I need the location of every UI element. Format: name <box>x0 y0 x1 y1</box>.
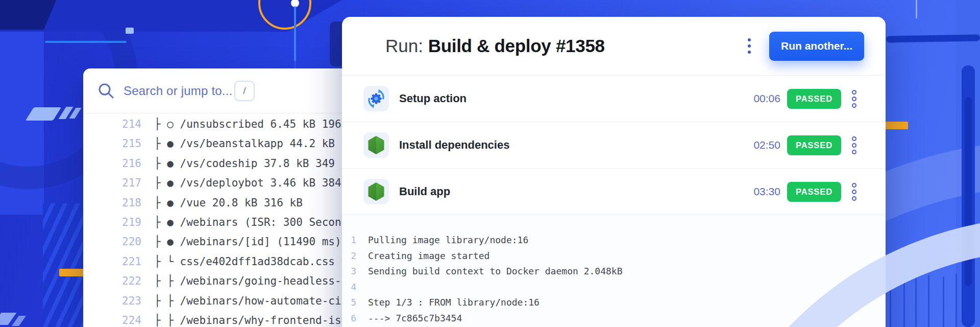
step-duration: 03:30 <box>753 185 780 198</box>
kebab-ring-icon <box>852 136 856 141</box>
terminal-line: 218├ ● /vue 20.8 kB 316 kB <box>83 193 359 213</box>
kebab-ring-icon <box>852 150 856 154</box>
terminal-line: 223├ ├ /webinars/how-automate-ci- <box>83 291 359 311</box>
kebab-dot-icon <box>748 38 751 41</box>
background-line-decoration <box>45 41 127 43</box>
background-slash-decoration <box>12 316 26 326</box>
terminal-line: 221├ └ css/e402dff1ad38dcab.css 9 <box>83 252 359 271</box>
step-name: Build app <box>399 185 753 198</box>
string-line-decoration <box>890 280 891 327</box>
page-title: Run: Build & deploy #1358 <box>385 36 605 56</box>
run-card-header: Run: Build & deploy #1358 Run another... <box>342 17 886 76</box>
pipeline-step-row[interactable]: Build app 03:30 PASSED <box>342 169 886 215</box>
run-options-kebab-button[interactable] <box>744 34 755 58</box>
log-line: 5Step 1/3 : FROM library/node:16 <box>342 295 886 311</box>
kebab-dot-icon <box>748 44 751 48</box>
string-line-decoration <box>955 274 957 327</box>
status-badge: PASSED <box>787 89 841 109</box>
action-icon-tile <box>363 132 389 158</box>
node-hexagon-icon <box>368 135 385 155</box>
string-line-decoration <box>943 277 944 327</box>
run-details-card: Run: Build & deploy #1358 Run another... <box>342 17 886 327</box>
terminal-line: 214├ ○ /unsubscribed 6.45 kB 196 <box>83 114 359 134</box>
thin-line-decoration <box>916 0 917 18</box>
pipeline-step-row[interactable]: Setup action 00:06 PASSED <box>342 76 886 122</box>
kebab-ring-icon <box>852 90 856 95</box>
slash-shortcut-key: / <box>234 81 255 101</box>
yellow-bar-decoration <box>59 269 84 276</box>
kebab-ring-icon <box>852 190 856 194</box>
run-title: Build & deploy #1358 <box>428 36 605 56</box>
string-line-decoration <box>928 275 929 327</box>
status-badge: PASSED <box>787 135 841 155</box>
build-output-terminal[interactable]: 214├ ○ /unsubscribed 6.45 kB 196 215├ ● … <box>83 113 359 327</box>
gear-sync-icon <box>366 88 386 109</box>
action-icon-tile <box>363 86 389 111</box>
plumb-line-decoration <box>294 6 296 61</box>
step-options-kebab-button[interactable] <box>850 134 859 156</box>
step-name: Setup action <box>399 92 753 105</box>
terminal-line: 219├ ● /webinars (ISR: 300 Second <box>83 213 359 232</box>
run-another-button[interactable]: Run another... <box>769 32 864 61</box>
hero-background: Search or jump to... / 214├ ○ /unsubscri… <box>0 0 980 327</box>
terminal-line: 224├ ├ /webinars/why-frontend-is- <box>83 311 359 327</box>
step-options-kebab-button[interactable] <box>850 88 859 110</box>
yellow-bar-decoration <box>882 122 908 129</box>
search-icon <box>97 82 115 100</box>
terminal-line: 216├ ● /vs/codeship 37.8 kB 349 k <box>83 154 359 173</box>
kebab-dot-icon <box>748 51 751 54</box>
pipeline-step-row[interactable]: Install dependencies 02:50 PASSED <box>342 122 886 169</box>
step-name: Install dependencies <box>399 138 753 152</box>
terminal-line: 217├ ● /vs/deploybot 3.46 kB 384 <box>83 173 359 193</box>
kebab-ring-icon <box>852 183 856 188</box>
action-icon-tile <box>363 179 389 204</box>
kebab-ring-icon <box>852 97 856 101</box>
search-input[interactable]: Search or jump to... / <box>83 68 359 113</box>
log-line: 1Pulling image library/node:16 <box>342 232 886 248</box>
step-log-viewer[interactable]: 1Pulling image library/node:16 2Creating… <box>342 215 886 327</box>
search-placeholder: Search or jump to... <box>124 84 234 98</box>
terminal-line: 222├ ├ /webinars/going-headless-n <box>83 271 359 291</box>
search-panel: Search or jump to... / 214├ ○ /unsubscri… <box>83 68 359 327</box>
kebab-ring-icon <box>852 103 856 108</box>
step-options-kebab-button[interactable] <box>850 181 859 203</box>
status-badge: PASSED <box>787 182 841 202</box>
kebab-ring-icon <box>852 143 856 148</box>
step-duration: 00:06 <box>753 92 780 105</box>
terminal-line: 220├ ● /webinars/[id] (11490 ms) <box>83 232 359 251</box>
string-line-decoration <box>915 278 917 327</box>
string-line-decoration <box>903 276 905 327</box>
brush-stroke-decoration <box>965 97 972 286</box>
node-hexagon-icon <box>368 182 385 201</box>
log-line: 2Creating image started <box>342 248 886 264</box>
background-striped-column <box>43 203 83 327</box>
kebab-ring-icon <box>852 196 856 201</box>
step-duration: 02:50 <box>753 139 780 151</box>
terminal-line: 215├ ● /vs/beanstalkapp 44.2 kB 3 <box>83 134 359 153</box>
log-line: 4 <box>342 279 886 295</box>
log-line: 6---> 7c865c7b3454 <box>342 311 886 326</box>
background-chip-decoration <box>126 28 134 34</box>
log-line: 3Sending build context to Docker daemon … <box>342 264 886 279</box>
